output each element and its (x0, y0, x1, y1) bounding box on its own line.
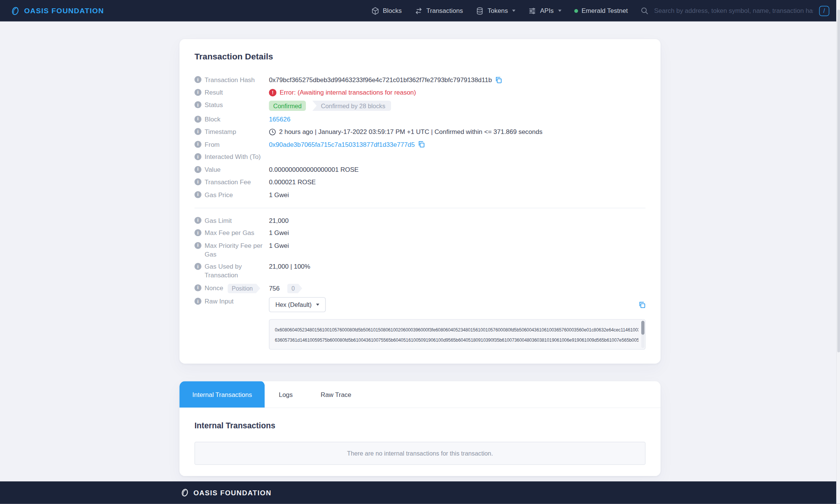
empty-state-text: There are no internal transactions for t… (347, 450, 493, 456)
nonce-value: 756 (269, 284, 279, 293)
row-label: Gas Price (205, 190, 233, 199)
info-icon: i (195, 229, 201, 236)
copy-icon[interactable] (495, 76, 502, 83)
row-status: i Status Confirmed Confirmed by 28 block… (195, 101, 646, 111)
row-label: Gas Limit (205, 216, 232, 225)
header-brand[interactable]: OASIS FOUNDATION (11, 6, 104, 15)
page-scrollbar-track[interactable] (836, 0, 840, 504)
nav-label: Emerald Testnet (581, 7, 628, 14)
chevron-down-icon (558, 9, 561, 12)
value-amount: 0.000000000000000001 ROSE (269, 165, 358, 174)
hex-line: 636057361d14610059575b600080fd5b61004361… (275, 335, 639, 345)
clock-icon (269, 128, 276, 135)
footer-brand[interactable]: OASIS FOUNDATION (181, 488, 271, 497)
info-icon: i (195, 140, 201, 147)
info-icon: i (195, 115, 201, 122)
position-value-badge: 0 (287, 283, 302, 293)
nav-item-blocks[interactable]: Blocks (371, 7, 402, 15)
oasis-logo-icon (181, 488, 189, 497)
info-icon: i (195, 263, 201, 270)
hex-scrollbar-thumb[interactable] (641, 321, 644, 335)
nav-item-apis[interactable]: APIs (528, 7, 561, 15)
nav-item-tokens[interactable]: Tokens (476, 7, 516, 15)
row-interacted-with: i Interacted With (To) (195, 152, 646, 161)
info-icon: i (195, 178, 201, 185)
search-shortcut-badge: / (819, 6, 829, 16)
transaction-tabs-card: Internal Transactions Logs Raw Trace Int… (179, 381, 661, 476)
raw-input-hex-area[interactable]: 0x608060405234801561001057600080fd5b5061… (269, 319, 645, 350)
row-label: Value (205, 165, 221, 174)
tab-bar: Internal Transactions Logs Raw Trace (179, 381, 661, 408)
row-timestamp: i Timestamp 2 hours ago | January-17-202… (195, 128, 646, 136)
row-max-fee: i Max Fee per Gas 1 Gwei (195, 229, 646, 237)
search-input[interactable] (653, 6, 814, 15)
hex-scrollbar-track[interactable] (641, 321, 644, 348)
row-label: Status (205, 101, 223, 109)
row-label: Raw Input (205, 297, 234, 306)
status-badge: Confirmed (269, 101, 306, 111)
max-fee-value: 1 Gwei (269, 229, 289, 237)
info-icon: i (195, 191, 201, 198)
nav-item-transactions[interactable]: Transactions (415, 7, 463, 15)
nav-label: APIs (540, 7, 554, 14)
row-nonce: i Nonce Position 756 0 (195, 283, 646, 293)
transaction-hash-value: 0x79bcf365275dbeb3d99463233f96e4c721c01b… (269, 76, 492, 84)
main-nav: Blocks Transactions Tokens (371, 7, 628, 15)
tab-internal-transactions[interactable]: Internal Transactions (179, 381, 265, 408)
footer-brand-text: OASIS FOUNDATION (193, 488, 271, 496)
tab-raw-trace[interactable]: Raw Trace (307, 381, 365, 408)
tab-logs[interactable]: Logs (265, 381, 307, 408)
nav-item-network-selector[interactable]: Emerald Testnet (574, 7, 628, 14)
timestamp-value: 2 hours ago | January-17-2022 03:59:17 P… (279, 128, 542, 136)
gas-used-value: 21,000 | 100% (269, 262, 310, 271)
chevron-down-icon (512, 9, 515, 12)
gas-limit-value: 21,000 (269, 216, 288, 225)
network-status-dot-icon (574, 9, 578, 12)
info-icon: i (195, 101, 201, 108)
search-icon (641, 7, 648, 14)
page-footer: OASIS FOUNDATION (0, 481, 840, 504)
section-divider (195, 207, 646, 208)
row-label: Gas Used by Transaction (205, 262, 265, 279)
info-icon: i (195, 298, 201, 305)
raw-input-format-dropdown[interactable]: Hex (Default) (269, 297, 326, 312)
info-icon: i (195, 89, 201, 95)
nav-label: Transactions (426, 7, 463, 14)
position-badge: Position (228, 283, 260, 293)
block-number-link[interactable]: 165626 (269, 115, 290, 124)
row-gas-price: i Gas Price 1 Gwei (195, 190, 646, 199)
row-block: i Block 165626 (195, 115, 646, 124)
row-gas-used: i Gas Used by Transaction 21,000 | 100% (195, 262, 646, 279)
row-label: Interacted With (To) (205, 152, 261, 161)
hex-line: 0x608060405234801561001057600080fd5b5061… (275, 325, 639, 335)
row-label: Max Fee per Gas (205, 229, 254, 237)
row-raw-input: i Raw Input Hex (Default) 0x608060405234… (195, 297, 646, 350)
from-address-link[interactable]: 0x90ade3b7065fa715c7a150313877df1d33e777… (269, 140, 415, 149)
info-icon: i (195, 242, 201, 249)
row-max-priority-fee: i Max Priority Fee per Gas 1 Gwei (195, 241, 646, 258)
row-from: i From 0x90ade3b7065fa715c7a150313877df1… (195, 140, 646, 149)
max-priority-fee-value: 1 Gwei (269, 241, 289, 250)
blocks-cube-icon (371, 7, 379, 15)
row-label: Result (205, 88, 223, 97)
info-icon: i (195, 76, 201, 83)
row-label: Nonce (205, 283, 223, 292)
page-title: Transaction Details (195, 52, 646, 61)
top-navbar: OASIS FOUNDATION Blocks Transactions (0, 0, 840, 22)
row-value: i Value 0.000000000000000001 ROSE (195, 165, 646, 174)
tokens-coins-icon (476, 7, 484, 15)
copy-icon[interactable] (418, 141, 425, 148)
info-icon: i (195, 216, 201, 223)
internal-transactions-panel: Internal Transactions There are no inter… (179, 408, 661, 476)
info-icon: i (195, 284, 201, 291)
copy-icon[interactable] (639, 301, 645, 308)
oasis-logo-icon (11, 6, 20, 15)
page-scrollbar-thumb[interactable] (837, 9, 840, 352)
row-label: Transaction Fee (205, 178, 251, 187)
chevron-down-icon (316, 303, 319, 306)
row-gas-limit: i Gas Limit 21,000 (195, 216, 646, 225)
result-error-text: Error: (Awaiting internal transactions f… (280, 88, 416, 97)
row-label: Max Priority Fee per Gas (205, 241, 265, 258)
transactions-arrows-icon (415, 7, 422, 15)
error-icon: ! (269, 89, 276, 96)
